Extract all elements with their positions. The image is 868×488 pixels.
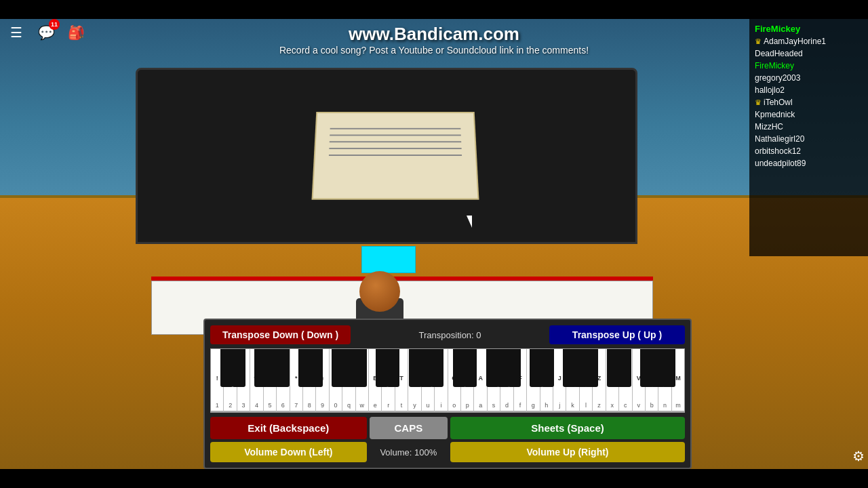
key-upper-label: V: [637, 375, 641, 382]
white-key[interactable]: Ww: [356, 349, 369, 412]
volume-up-button[interactable]: Volume Up (Right): [450, 442, 685, 462]
hamburger-menu-icon[interactable]: ☰: [5, 22, 27, 43]
gear-icon[interactable]: ⚙: [852, 448, 865, 464]
game-viewport: www.Bandicam.com Record a cool song? Pos…: [0, 0, 868, 488]
white-key[interactable]: @2: [224, 349, 237, 412]
key-lower-label: 7: [294, 402, 298, 409]
white-key[interactable]: Xx: [606, 349, 619, 412]
key-upper-label: (: [309, 375, 311, 382]
key-upper-label: Q: [347, 375, 351, 382]
white-key[interactable]: *7: [290, 349, 303, 412]
crown-icon: ♛: [755, 98, 762, 107]
white-key[interactable]: Zz: [593, 349, 606, 412]
key-upper-label: I: [440, 375, 442, 382]
player-list-item: MizzHC: [755, 121, 863, 133]
volume-label: Volume: 100%: [370, 447, 448, 458]
top-black-bar: [0, 0, 868, 19]
player-name: FireMickey: [755, 61, 794, 70]
sheet-music-stand: [312, 112, 479, 200]
white-key[interactable]: Qq: [342, 349, 355, 412]
white-key[interactable]: Yy: [408, 349, 421, 412]
white-key[interactable]: Rr: [382, 349, 395, 412]
key-upper-label: !: [216, 375, 218, 382]
player-name: hallojlo2: [755, 85, 785, 95]
transpose-row: Transpose Down ( Down ) Transposition: 0…: [210, 325, 685, 344]
key-lower-label: d: [505, 402, 509, 409]
hud-icons: ☰ 💬 11 🎒: [0, 19, 92, 46]
white-key[interactable]: Ll: [580, 349, 593, 412]
transpose-up-button[interactable]: Transpose Up ( Up ): [549, 325, 685, 344]
key-upper-label: L: [584, 375, 588, 382]
white-key[interactable]: Ii: [435, 349, 448, 412]
player-list-item: FireMickey: [755, 60, 863, 72]
white-key[interactable]: $3: [237, 349, 250, 412]
key-lower-label: 3: [242, 402, 245, 409]
sheets-button[interactable]: Sheets (Space): [450, 417, 685, 439]
white-key[interactable]: Aa: [474, 349, 487, 412]
white-key[interactable]: %4: [250, 349, 263, 412]
white-key[interactable]: !1: [211, 349, 224, 412]
bandicam-subtitle: Record a cool song? Post a Youtube or So…: [279, 45, 589, 56]
exit-button[interactable]: Exit (Backspace): [210, 417, 367, 439]
key-lower-label: 2: [229, 402, 232, 409]
key-lower-label: f: [519, 402, 521, 409]
key-upper-label: M: [675, 375, 681, 382]
player-list: ♛AdamJayHorine1DeadHeadedFireMickeygrego…: [755, 35, 863, 169]
key-lower-label: y: [413, 402, 416, 409]
key-lower-label: a: [479, 402, 482, 409]
white-key[interactable]: )9: [316, 349, 329, 412]
chat-icon[interactable]: 💬 11: [35, 22, 57, 43]
white-key[interactable]: (8: [303, 349, 316, 412]
key-upper-label: K: [570, 375, 575, 382]
key-lower-label: z: [597, 402, 601, 409]
white-key[interactable]: Ee: [369, 349, 382, 412]
crown-icon: ♛: [755, 37, 762, 46]
key-lower-label: m: [675, 402, 681, 409]
white-key[interactable]: Ss: [488, 349, 500, 412]
white-key[interactable]: Gg: [527, 349, 540, 412]
key-upper-label: N: [663, 375, 667, 382]
white-key[interactable]: Pp: [461, 349, 474, 412]
character-head: [359, 271, 400, 312]
player-name: undeadpilot89: [755, 159, 806, 168]
white-key[interactable]: _0: [330, 349, 342, 412]
white-key[interactable]: Cc: [619, 349, 632, 412]
player-name: orbitshock12: [755, 146, 801, 156]
transpose-down-button[interactable]: Transpose Down ( Down ): [210, 325, 351, 344]
white-key[interactable]: Tt: [395, 349, 408, 412]
key-upper-label: B: [650, 375, 654, 382]
white-key[interactable]: Bb: [646, 349, 658, 412]
key-upper-label: J: [558, 375, 561, 382]
key-upper-label: ): [321, 375, 323, 382]
white-key[interactable]: &6: [277, 349, 290, 412]
white-key[interactable]: Uu: [422, 349, 435, 412]
caps-button[interactable]: CAPS: [370, 417, 448, 439]
white-key[interactable]: Hh: [540, 349, 553, 412]
player-name: Nathaliegirl20: [755, 134, 804, 144]
bag-icon[interactable]: 🎒: [65, 22, 87, 43]
piano-keyboard-display: !1@2$3%4^5&6*7(8)9_0QqWwEeRrTtYyUuIiOoPp…: [210, 348, 685, 413]
player-list-item: undeadpilot89: [755, 157, 863, 169]
white-key[interactable]: Nn: [658, 349, 671, 412]
white-key[interactable]: ^5: [264, 349, 277, 412]
key-lower-label: w: [360, 402, 365, 409]
key-lower-label: 0: [334, 402, 338, 409]
key-upper-label: O: [452, 375, 456, 382]
player-list-item: orbitshock12: [755, 145, 863, 157]
white-key[interactable]: Kk: [566, 349, 579, 412]
white-key[interactable]: Oo: [448, 349, 461, 412]
white-key[interactable]: Ff: [514, 349, 527, 412]
volume-down-button[interactable]: Volume Down (Left): [210, 442, 367, 462]
bandicam-watermark: www.Bandicam.com Record a cool song? Pos…: [279, 24, 589, 56]
key-lower-label: c: [624, 402, 627, 409]
key-upper-label: W: [359, 375, 366, 382]
key-lower-label: v: [637, 402, 640, 409]
white-key[interactable]: Jj: [553, 349, 566, 412]
white-key[interactable]: Mm: [672, 349, 684, 412]
key-lower-label: g: [532, 402, 535, 409]
key-lower-label: 5: [268, 402, 271, 409]
white-key[interactable]: Dd: [500, 349, 513, 412]
white-key[interactable]: Vv: [633, 349, 646, 412]
player-name: DeadHeaded: [755, 49, 803, 58]
piano-scene: [122, 54, 651, 312]
